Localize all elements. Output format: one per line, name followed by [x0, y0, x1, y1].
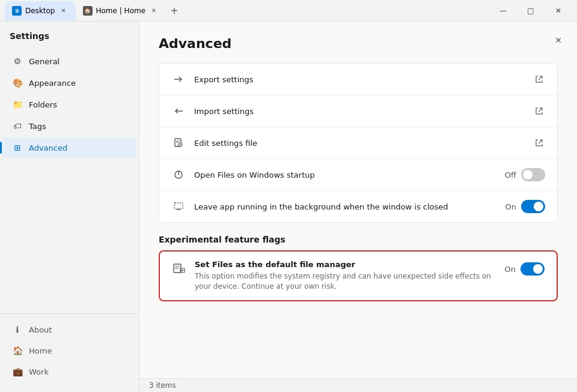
import-external-icon: [533, 105, 545, 117]
background-icon: [171, 199, 186, 214]
sidebar-item-appearance[interactable]: 🎨 Appearance: [2, 73, 136, 93]
sidebar-item-general[interactable]: ⚙ General: [2, 51, 136, 71]
folders-label: Folders: [29, 100, 57, 109]
startup-toggle-thumb: [523, 170, 533, 179]
tab-home[interactable]: 🏠 Home | Home ✕: [76, 1, 166, 20]
tags-label: Tags: [29, 122, 46, 131]
add-tab-button[interactable]: +: [166, 2, 183, 19]
edit-settings-action: [533, 137, 545, 149]
desktop-tab-icon: 🖥: [12, 6, 22, 16]
startup-status: Off: [505, 170, 516, 179]
experimental-card: Set Files as the default file manager Th…: [159, 250, 558, 301]
general-label: General: [29, 57, 60, 66]
appearance-icon: 🎨: [12, 77, 23, 88]
experimental-section-header: Experimental feature flags: [159, 235, 558, 244]
sidebar-bottom: ℹ About 🏠 Home 💼 Work: [0, 313, 139, 387]
home-nav-label: Home: [29, 346, 52, 355]
folders-icon: 📁: [12, 99, 23, 110]
export-label: Export settings: [194, 75, 525, 84]
startup-icon: [171, 167, 186, 182]
default-manager-icon: [172, 261, 186, 276]
edit-settings-label: Edit settings file: [194, 139, 525, 148]
experimental-row: Set Files as the default file manager Th…: [160, 252, 557, 300]
sidebar-item-home[interactable]: 🏠 Home: [2, 340, 136, 361]
setting-row-startup: Open Files on Windows startup Off: [159, 159, 557, 191]
items-count: 3 items: [149, 381, 176, 390]
page-title: Advanced: [159, 36, 558, 51]
sidebar-item-folders[interactable]: 📁 Folders: [2, 94, 136, 115]
tab-desktop[interactable]: 🖥 Desktop ✕: [5, 1, 76, 20]
general-icon: ⚙: [12, 56, 23, 67]
background-action: On: [505, 200, 545, 213]
export-icon: [171, 72, 186, 86]
startup-action: Off: [505, 168, 545, 181]
setting-row-edit-file[interactable]: Edit settings file: [159, 127, 557, 159]
titlebar: 🖥 Desktop ✕ 🏠 Home | Home ✕ + — □ ✕: [0, 0, 577, 22]
panel-close-button[interactable]: ✕: [549, 31, 567, 49]
desktop-tab-label: Desktop: [25, 7, 55, 15]
about-icon: ℹ: [12, 324, 23, 335]
appearance-label: Appearance: [29, 79, 76, 88]
background-toggle-thumb: [534, 202, 543, 211]
export-action: [533, 73, 545, 85]
svg-line-10: [539, 140, 542, 143]
svg-rect-13: [174, 203, 183, 209]
minimize-button[interactable]: —: [489, 1, 517, 20]
default-manager-action: On: [505, 262, 545, 276]
startup-label: Open Files on Windows startup: [194, 170, 496, 179]
advanced-label: Advanced: [29, 143, 67, 152]
sidebar-item-about[interactable]: ℹ About: [2, 319, 136, 340]
advanced-icon: ⊞: [12, 142, 23, 153]
default-manager-toggle-thumb: [533, 264, 543, 274]
import-icon: [171, 104, 186, 118]
home-tab-close[interactable]: ✕: [149, 6, 159, 16]
background-toggle[interactable]: [521, 200, 545, 213]
window-controls: — □ ✕: [489, 1, 572, 20]
import-label: Import settings: [194, 107, 525, 116]
svg-line-1: [539, 76, 542, 80]
sidebar-item-advanced[interactable]: ⊞ Advanced: [2, 137, 136, 158]
svg-line-3: [539, 108, 542, 112]
edit-settings-icon: [171, 136, 186, 150]
startup-toggle[interactable]: [521, 168, 545, 181]
edit-settings-external-icon: [533, 137, 545, 149]
setting-row-import[interactable]: Import settings: [159, 95, 557, 127]
export-external-icon: [533, 73, 545, 85]
tags-icon: 🏷: [12, 121, 23, 131]
sidebar-item-work[interactable]: 💼 Work: [2, 361, 136, 382]
background-status: On: [505, 202, 516, 211]
background-label: Leave app running in the background when…: [194, 202, 497, 211]
home-tab-label: Home | Home: [96, 7, 146, 15]
default-manager-text: Set Files as the default file manager Th…: [195, 260, 496, 292]
about-label: About: [29, 325, 52, 334]
default-manager-desc: This option modifies the system registry…: [195, 271, 496, 292]
import-action: [533, 105, 545, 117]
sidebar-item-tags[interactable]: 🏷 Tags: [2, 116, 136, 136]
work-label: Work: [29, 367, 49, 376]
default-manager-title: Set Files as the default file manager: [195, 260, 496, 269]
home-nav-icon: 🏠: [12, 345, 23, 356]
desktop-tab-close[interactable]: ✕: [59, 6, 69, 16]
home-tab-icon: 🏠: [83, 6, 93, 16]
setting-row-background: Leave app running in the background when…: [159, 191, 557, 222]
work-icon: 💼: [12, 366, 23, 377]
setting-row-export[interactable]: Export settings: [159, 64, 557, 95]
sidebar-title: Settings: [0, 26, 139, 50]
maximize-button[interactable]: □: [517, 1, 545, 20]
statusbar: 3 items: [139, 378, 577, 392]
main-panel: ✕ Advanced Export settings: [139, 22, 577, 378]
sidebar: Settings ⚙ General 🎨 Appearance 📁 Folder…: [0, 22, 139, 392]
settings-card-main: Export settings: [159, 63, 558, 223]
close-button[interactable]: ✕: [545, 1, 572, 20]
default-manager-toggle[interactable]: [521, 262, 545, 276]
app-body: Settings ⚙ General 🎨 Appearance 📁 Folder…: [0, 22, 577, 392]
default-manager-status: On: [505, 265, 516, 274]
